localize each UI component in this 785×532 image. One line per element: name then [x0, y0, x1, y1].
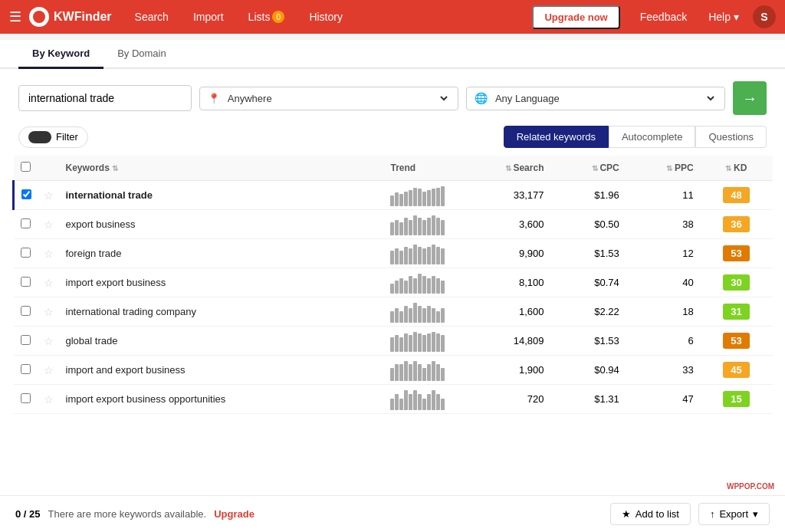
- ppc-cell: 47: [626, 385, 700, 414]
- row-checkbox-cell: [14, 181, 38, 210]
- search-volume-cell: 1,600: [453, 297, 550, 327]
- trend-bar-segment: [390, 251, 394, 264]
- star-icon[interactable]: ☆: [44, 189, 54, 202]
- trend-bar-segment: [427, 247, 431, 264]
- trend-bars: [390, 214, 447, 235]
- star-icon[interactable]: ☆: [44, 364, 54, 376]
- search-volume-cell: 720: [453, 385, 550, 414]
- footer-message: There are more keywords available.: [48, 508, 207, 520]
- ppc-cell: 38: [626, 210, 700, 239]
- footer-bar: 0 / 25 There are more keywords available…: [0, 495, 785, 532]
- ppc-cell: 11: [626, 181, 700, 210]
- select-all-checkbox[interactable]: [21, 162, 31, 172]
- trend-bar-segment: [436, 247, 440, 264]
- add-to-list-button[interactable]: ★ Add to list: [610, 503, 691, 525]
- tab-by-domain[interactable]: By Domain: [103, 40, 180, 69]
- header-ppc[interactable]: ⇅ PPC: [626, 156, 700, 181]
- cpc-cell: $1.53: [550, 327, 625, 356]
- trend-cell: [384, 181, 453, 210]
- user-avatar[interactable]: S: [753, 5, 776, 28]
- star-icon[interactable]: ☆: [44, 277, 54, 289]
- row-checkbox[interactable]: [21, 364, 31, 374]
- trend-bar-segment: [413, 215, 417, 235]
- trend-bar-segment: [404, 218, 408, 235]
- language-select-wrap: 🌐 Any Language: [466, 87, 725, 110]
- row-star-cell: ☆: [38, 297, 60, 327]
- table-row: ☆ import export business 8,100 $0.74 40 …: [14, 268, 774, 297]
- location-select-wrap: 📍 Anywhere: [199, 87, 458, 110]
- kd-cell: 45: [700, 356, 773, 385]
- row-checkbox[interactable]: [21, 218, 31, 228]
- row-checkbox[interactable]: [21, 189, 31, 199]
- language-select[interactable]: Any Language: [492, 92, 717, 105]
- questions-button[interactable]: Questions: [695, 126, 767, 148]
- export-button[interactable]: ↑ Export ▾: [698, 503, 770, 525]
- trend-bar-segment: [395, 335, 399, 352]
- row-checkbox[interactable]: [21, 277, 31, 287]
- row-checkbox-cell: [14, 356, 38, 385]
- cpc-cell: $0.74: [550, 268, 625, 297]
- row-checkbox[interactable]: [21, 306, 31, 316]
- related-keywords-button[interactable]: Related keywords: [504, 126, 609, 148]
- kd-cell: 53: [700, 239, 773, 268]
- row-checkbox[interactable]: [21, 248, 31, 258]
- star-icon[interactable]: ☆: [44, 335, 54, 347]
- cpc-cell: $0.94: [550, 356, 625, 385]
- nav-search[interactable]: Search: [124, 0, 179, 34]
- kd-badge: 45: [723, 362, 749, 378]
- location-select[interactable]: Anywhere: [225, 92, 450, 105]
- trend-bar-segment: [409, 308, 412, 323]
- nav-lists[interactable]: Lists 0: [238, 0, 296, 34]
- header-cpc[interactable]: ⇅ CPC: [550, 156, 625, 181]
- keyword-input[interactable]: [18, 85, 192, 111]
- trend-bar-segment: [395, 220, 399, 235]
- header-keywords[interactable]: Keywords ⇅: [60, 156, 385, 181]
- filter-button[interactable]: Filter: [18, 126, 88, 148]
- row-checkbox[interactable]: [21, 335, 31, 345]
- trend-bar-segment: [404, 361, 408, 381]
- feedback-link[interactable]: Feedback: [629, 0, 698, 34]
- nav-history[interactable]: History: [298, 0, 353, 34]
- star-icon[interactable]: ☆: [44, 393, 54, 406]
- kd-badge: 31: [723, 304, 749, 320]
- trend-bar-segment: [436, 333, 440, 352]
- footer-left: 0 / 25 There are more keywords available…: [15, 508, 255, 520]
- help-menu[interactable]: Help ▾: [701, 0, 747, 34]
- trend-bar-segment: [399, 251, 403, 264]
- cpc-cell: $1.96: [550, 181, 625, 210]
- table-row: ☆ import and export business 1,900 $0.94…: [14, 356, 774, 385]
- trend-bar-segment: [390, 195, 394, 206]
- kd-cell: 53: [700, 327, 773, 356]
- trend-bar-segment: [422, 248, 426, 264]
- star-icon[interactable]: ☆: [44, 306, 54, 318]
- trend-bar-segment: [422, 192, 426, 206]
- star-icon[interactable]: ☆: [44, 218, 54, 231]
- trend-cell: [384, 327, 453, 356]
- upgrade-button[interactable]: Upgrade now: [532, 5, 619, 29]
- trend-cell: [384, 268, 453, 297]
- row-checkbox[interactable]: [21, 393, 31, 403]
- row-checkbox-cell: [14, 210, 38, 239]
- trend-bars: [390, 243, 447, 264]
- menu-icon[interactable]: ☰: [9, 8, 21, 25]
- autocomplete-button[interactable]: Autocomplete: [609, 126, 696, 148]
- keyword-cell: international trading company: [60, 297, 385, 327]
- header-select-all[interactable]: [14, 156, 38, 181]
- search-button[interactable]: →: [733, 81, 767, 115]
- trend-bar-segment: [418, 274, 422, 294]
- star-icon[interactable]: ☆: [44, 248, 54, 260]
- footer-upgrade-link[interactable]: Upgrade: [214, 508, 255, 520]
- ppc-cell: 40: [626, 268, 700, 297]
- trend-bar-segment: [404, 247, 408, 264]
- ppc-cell: 12: [626, 239, 700, 268]
- header-search[interactable]: ⇅ Search: [453, 156, 550, 181]
- keyword-cell: international trade: [60, 181, 385, 210]
- trend-cell: [384, 385, 453, 414]
- trend-bars: [390, 360, 447, 381]
- sort-keywords-icon: ⇅: [112, 164, 118, 172]
- tab-by-keyword[interactable]: By Keyword: [18, 40, 103, 69]
- cpc-cell: $0.50: [550, 210, 625, 239]
- nav-import[interactable]: Import: [182, 0, 235, 34]
- header-kd[interactable]: ⇅ KD: [700, 156, 773, 181]
- trend-bar-segment: [441, 308, 445, 323]
